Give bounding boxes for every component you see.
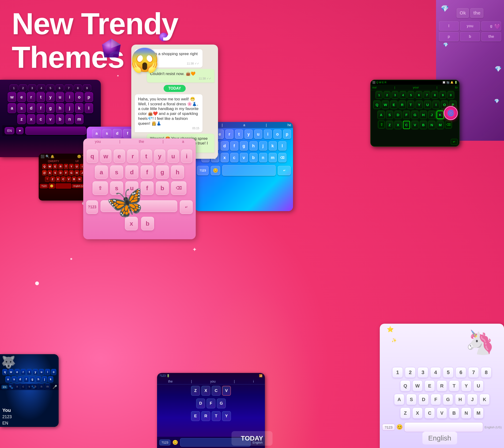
rk-Y[interactable]: Y [69, 164, 74, 169]
uk-4[interactable]: 4 [430, 367, 441, 378]
hk-backspace[interactable]: ⌫ [278, 153, 287, 162]
key-a[interactable]: a [8, 103, 16, 113]
wk-mic[interactable]: 🎤 [53, 385, 57, 389]
key-u[interactable]: u [56, 92, 64, 102]
dg-num-9[interactable]: 9 [440, 91, 446, 99]
key-the[interactable]: the [470, 8, 483, 18]
bhk-R[interactable]: R [201, 411, 210, 421]
uk-Z[interactable]: Z [400, 408, 411, 419]
hk-j[interactable]: j [259, 141, 267, 150]
uk-Y[interactable]: Y [461, 380, 471, 392]
holo-suggest-c[interactable]: a [243, 123, 245, 127]
dg-Q[interactable]: Q [373, 101, 380, 109]
hk-emoji[interactable]: 😊 [211, 166, 220, 175]
wk-y[interactable]: y [33, 369, 38, 375]
rk-F[interactable]: D [58, 170, 63, 175]
uk-F[interactable]: F [431, 394, 441, 405]
red-suggest-1[interactable]: QWERTY [48, 160, 59, 163]
bk-b[interactable]: b [156, 181, 169, 195]
rk-J[interactable]: H [74, 170, 79, 175]
rk-U[interactable]: U [74, 164, 79, 169]
key-f[interactable]: f [36, 103, 45, 113]
dg-num-4[interactable]: 4 [400, 91, 406, 99]
wk-j[interactable]: j [42, 376, 47, 382]
topright-key-i[interactable]: I [439, 21, 459, 31]
key-j[interactable]: j [65, 103, 74, 113]
uk-N[interactable]: N [461, 408, 471, 419]
topright-key-b[interactable]: b [460, 32, 480, 41]
dg-W[interactable]: W [382, 101, 389, 109]
rk-W[interactable]: W [48, 164, 52, 169]
wk-o[interactable]: o [51, 369, 56, 375]
rk-D[interactable]: S [53, 170, 57, 175]
uk-3[interactable]: 3 [417, 367, 428, 378]
uk-S[interactable]: S [406, 394, 416, 405]
bhk-emoji[interactable]: 😊 [172, 440, 178, 445]
wk-h[interactable]: h [36, 376, 41, 382]
bk-t[interactable]: t [141, 149, 152, 163]
bfly-suggest-3[interactable]: a [182, 140, 184, 144]
key-num-7[interactable]: 7 [64, 84, 73, 92]
key-x[interactable]: x [27, 114, 36, 124]
rk-C[interactable]: C [61, 177, 66, 182]
bk-enter2[interactable]: ↵ [180, 200, 193, 214]
dg-A[interactable]: A [378, 111, 385, 119]
key-m[interactable]: m [75, 114, 83, 124]
bholo-sug-2[interactable]: | [191, 379, 192, 383]
uk-emoji[interactable]: 😊 [396, 424, 403, 430]
key-num-8[interactable]: 8 [74, 84, 82, 92]
key-num-2[interactable]: 2 [19, 84, 27, 92]
uk-E[interactable]: E [425, 380, 435, 392]
key-o[interactable]: o [75, 92, 83, 102]
bhk-E[interactable]: E [191, 411, 200, 421]
uk-K[interactable]: K [479, 394, 490, 405]
bk-q[interactable]: q [87, 149, 98, 163]
bhk-V[interactable]: V [222, 386, 231, 396]
wk-g[interactable]: g [30, 376, 35, 382]
hk-r[interactable]: r [225, 130, 234, 139]
rk-emoji[interactable]: 😊 [49, 184, 55, 188]
uk-7[interactable]: 7 [468, 367, 479, 378]
uk-R[interactable]: R [437, 380, 447, 392]
uk-X[interactable]: X [412, 408, 423, 419]
rk-R[interactable]: R [58, 164, 63, 169]
topright-key-p[interactable]: p [439, 32, 459, 41]
key-d[interactable]: d [27, 103, 36, 113]
wk-s[interactable]: s [12, 376, 17, 382]
bhk-D[interactable]: D [196, 398, 205, 408]
rk-E[interactable]: E [53, 164, 57, 169]
bk-a[interactable]: a [95, 165, 108, 179]
wk-d[interactable]: d [18, 376, 23, 382]
topright-key-you[interactable]: you [460, 21, 480, 31]
key-num-5[interactable]: 5 [46, 84, 55, 92]
key-c[interactable]: c [36, 114, 45, 124]
hk-space[interactable] [222, 165, 276, 176]
dg-num-1[interactable]: 1 [376, 91, 382, 99]
dg-num-7[interactable]: 7 [424, 91, 430, 99]
rk-X[interactable]: X [56, 177, 60, 182]
dg-F[interactable]: F [403, 111, 410, 119]
dg-I[interactable]: I [432, 101, 440, 109]
uk-2[interactable]: 2 [405, 367, 416, 378]
rk-A[interactable]: @ [42, 170, 47, 175]
uk-H[interactable]: H [455, 394, 465, 405]
rk-S[interactable]: A [48, 170, 52, 175]
rk-G[interactable]: F [64, 170, 68, 175]
hk-o[interactable]: o [273, 130, 282, 139]
uk-J[interactable]: J [467, 394, 478, 405]
key-n[interactable]: n [65, 114, 74, 124]
bfly-suggest-2[interactable]: the [139, 140, 144, 144]
bhk-T[interactable]: T [212, 411, 221, 421]
dg-J[interactable]: J [428, 111, 435, 119]
dg-num-0[interactable]: 0 [448, 91, 454, 99]
dg-suggest-1[interactable]: our [372, 86, 377, 89]
rk-Q[interactable]: Q [42, 164, 47, 169]
topright-key-the2[interactable]: the [481, 32, 501, 41]
bk-backspace2[interactable]: ⌫ [171, 181, 186, 195]
bholo-sug-1[interactable]: the [168, 379, 173, 383]
uk-B[interactable]: B [449, 408, 459, 419]
dg-num-8[interactable]: 8 [432, 91, 438, 99]
bk-123b[interactable]: ?123 [86, 200, 98, 214]
dg-N[interactable]: N [428, 121, 435, 129]
rk-T[interactable]: T [64, 164, 68, 169]
